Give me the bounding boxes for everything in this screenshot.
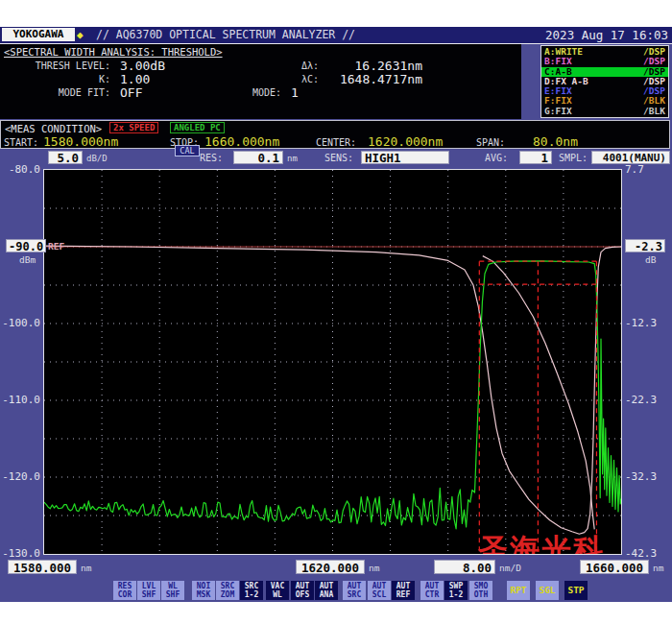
x-axis-value[interactable]: 8.00 bbox=[434, 560, 495, 574]
analysis-label2: MODE: bbox=[195, 87, 281, 98]
softkey-aut-src[interactable]: AUTSRC bbox=[343, 581, 366, 600]
average-field[interactable]: 1 bbox=[519, 151, 552, 164]
softkey-aut-scl[interactable]: AUTSCL bbox=[368, 581, 391, 600]
trace-row[interactable]: G:FIX/BLK bbox=[541, 107, 668, 116]
softkey-swp-1-2[interactable]: SWP1-2 bbox=[444, 581, 468, 600]
analysis-panel: <SPECTRAL WIDTH ANALYSIS: THRESHOLD> THR… bbox=[0, 44, 521, 119]
trace-label: G:FIX bbox=[544, 107, 572, 116]
x-axis-value[interactable]: 1660.000 bbox=[580, 560, 649, 574]
sampling-field[interactable]: 4001(MANU) bbox=[591, 151, 670, 164]
analysis-heading: <SPECTRAL WIDTH ANALYSIS: THRESHOLD> bbox=[4, 46, 223, 58]
softkey-aut-ana[interactable]: AUTANA bbox=[315, 581, 338, 600]
analysis-value2: 1 bbox=[291, 85, 299, 100]
analysis-label: MODE FIT: bbox=[0, 87, 110, 98]
softkey-stp[interactable]: STP bbox=[564, 581, 588, 600]
x-axis-value[interactable]: 1580.000 bbox=[8, 560, 77, 574]
softkey-lvl-shf[interactable]: LVLSHF bbox=[137, 581, 160, 600]
diamond-icon: ◆ bbox=[77, 28, 84, 42]
level-scale-field[interactable]: 5.0 bbox=[48, 151, 83, 164]
yokogawa-logo: YOKOGAWA bbox=[2, 28, 75, 41]
softkey-noi-msk[interactable]: NOIMSK bbox=[192, 581, 215, 600]
y-tick-left: -80.0 bbox=[2, 163, 40, 176]
softkey-aut-ref[interactable]: AUTREF bbox=[392, 581, 415, 600]
meas-field-value[interactable]: 80.0nm bbox=[533, 134, 578, 149]
y-tick-right: 7.7 bbox=[625, 163, 663, 176]
right-ref-unit: dB bbox=[645, 254, 656, 265]
angled-pc-badge: ANGLED PC bbox=[170, 122, 225, 133]
analysis-label: K: bbox=[0, 74, 110, 84]
x-axis-unit: nm/D bbox=[499, 563, 521, 573]
meas-field-label: SPAN: bbox=[476, 137, 505, 148]
x-axis-unit: nm bbox=[653, 563, 663, 573]
y-tick-right: -42.3 bbox=[625, 547, 663, 560]
meas-field-value[interactable]: 1580.000nm bbox=[43, 134, 118, 149]
analysis-value2: 16.2631nm bbox=[298, 59, 422, 73]
watermark-text: 圣海光科 bbox=[477, 532, 605, 554]
softkey-vac-wl[interactable]: VACWL bbox=[266, 581, 289, 600]
cal-badge: CAL bbox=[175, 145, 200, 156]
resolution-field[interactable]: 0.1 bbox=[233, 151, 283, 164]
app-title: // AQ6370D OPTICAL SPECTRUM ANALYZER // bbox=[96, 28, 355, 42]
x-axis-unit: nm bbox=[81, 563, 91, 573]
trace-panel: A:WRITE/DSPB:FIX/DSPC:A-B/DSPD:FX A-B/DS… bbox=[540, 45, 669, 118]
right-ref-box: -2.3 bbox=[625, 239, 665, 252]
softkey-res-cor[interactable]: RESCOR bbox=[113, 581, 136, 600]
analysis-value: 3.00dB bbox=[120, 59, 165, 73]
osa-screen: YOKOGAWA ◆ // AQ6370D OPTICAL SPECTRUM A… bbox=[0, 27, 672, 602]
y-tick-right: -22.3 bbox=[625, 394, 663, 406]
y-tick-right: -12.3 bbox=[625, 317, 663, 329]
softkey-wl-shf[interactable]: WLSHF bbox=[161, 581, 184, 600]
meas-field-value[interactable]: 1620.000nm bbox=[368, 134, 443, 149]
res-label: RES: bbox=[200, 153, 223, 163]
level-scale-unit: dB/D bbox=[86, 154, 108, 163]
softkey-sgl[interactable]: SGL bbox=[536, 581, 559, 600]
y-tick-left: -120.0 bbox=[2, 470, 40, 483]
meas-field-value[interactable]: 1660.000nm bbox=[204, 134, 279, 149]
trace-mode: /BLK bbox=[643, 107, 665, 116]
sens-label: SENS: bbox=[324, 153, 353, 163]
softkey-aut-ofs[interactable]: AUTOFS bbox=[291, 581, 314, 600]
ref-line-label: REF bbox=[48, 241, 64, 252]
x-axis-value[interactable]: 1620.000 bbox=[296, 560, 365, 574]
sensitivity-field[interactable]: HIGH1 bbox=[361, 151, 449, 164]
y-tick-right: -32.3 bbox=[625, 470, 663, 483]
softkey-aut-ctr[interactable]: AUTCTR bbox=[420, 581, 444, 600]
softkey-src-1-2[interactable]: SRC1-2 bbox=[240, 581, 263, 600]
softkey-smo-oth[interactable]: SMOOTH bbox=[469, 581, 492, 600]
ref-level-unit: dBm bbox=[19, 254, 36, 265]
softkey-rpt[interactable]: RPT bbox=[507, 581, 530, 600]
avg-label: AVG: bbox=[485, 153, 508, 163]
speed-badge: 2x SPEED bbox=[109, 122, 158, 133]
meas-condition-panel: <MEAS CONDITION> 2x SPEED ANGLED PC STAR… bbox=[0, 120, 670, 149]
x-axis-unit: nm bbox=[369, 563, 379, 573]
ref-level-box[interactable]: -90.0 bbox=[6, 239, 46, 252]
smpl-label: SMPL: bbox=[559, 153, 588, 163]
meas-field-label: CENTER: bbox=[316, 137, 356, 148]
title-bar: YOKOGAWA ◆ // AQ6370D OPTICAL SPECTRUM A… bbox=[0, 27, 672, 44]
y-tick-left: -130.0 bbox=[2, 547, 40, 560]
analysis-label: THRESH LEVEL: bbox=[0, 60, 110, 71]
datetime: 2023 Aug 17 16:03 bbox=[545, 28, 668, 42]
spectrum-plot: REF圣海光科 bbox=[43, 169, 622, 555]
analysis-value: 1.00 bbox=[120, 72, 150, 86]
spectrum-chart: REF圣海光科 bbox=[44, 170, 621, 554]
y-tick-left: -100.0 bbox=[2, 317, 40, 329]
meas-heading: <MEAS CONDITION> bbox=[5, 123, 102, 134]
softkey-src-zom[interactable]: SRCZOM bbox=[216, 581, 239, 600]
res-unit: nm bbox=[287, 154, 298, 163]
analysis-value2: 1648.4717nm bbox=[298, 72, 422, 86]
meas-field-label: START: bbox=[4, 137, 38, 148]
y-tick-left: -110.0 bbox=[2, 394, 40, 406]
analysis-value: OFF bbox=[120, 85, 142, 100]
